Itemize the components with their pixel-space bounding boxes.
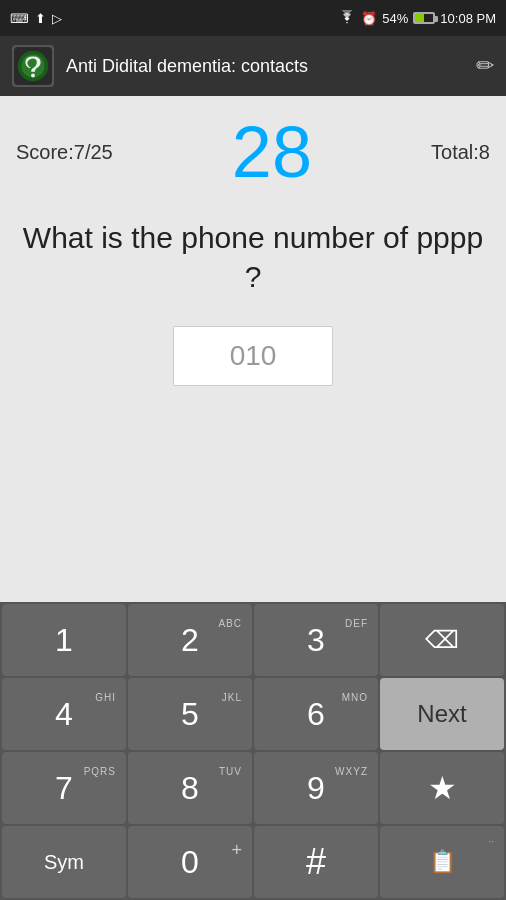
play-icon: ▷ xyxy=(52,11,62,26)
usb-icon: ⬆ xyxy=(35,11,46,26)
key-2[interactable]: 2 ABC xyxy=(128,604,252,676)
next-button[interactable]: Next xyxy=(380,678,504,750)
key-9[interactable]: 9 WXYZ xyxy=(254,752,378,824)
key-3[interactable]: 3 DEF xyxy=(254,604,378,676)
keyboard-icon: ⌨ xyxy=(10,11,29,26)
status-right-icons: ⏰ 54% 10:08 PM xyxy=(338,10,496,27)
wifi-icon xyxy=(338,10,356,27)
edit-icon[interactable]: ✏ xyxy=(476,53,494,79)
total-display: Total:8 xyxy=(431,141,490,164)
answer-display: 010 xyxy=(173,326,333,386)
big-number-display: 28 xyxy=(232,116,312,188)
key-4[interactable]: 4 GHI xyxy=(2,678,126,750)
alarm-icon: ⏰ xyxy=(361,11,377,26)
svg-point-2 xyxy=(31,74,35,78)
key-1[interactable]: 1 xyxy=(2,604,126,676)
score-display: Score:7/25 xyxy=(16,141,113,164)
key-backspace[interactable]: ⌫ xyxy=(380,604,504,676)
key-6[interactable]: 6 MNO xyxy=(254,678,378,750)
app-bar: Anti Didital dementia: contacts ✏ xyxy=(0,36,506,96)
keypad: 1 2 ABC 3 DEF ⌫ 4 GHI 5 JKL 6 MNO Next 7… xyxy=(0,602,506,900)
main-content: Score:7/25 28 Total:8 What is the phone … xyxy=(0,96,506,602)
app-logo xyxy=(12,45,54,87)
key-clipboard[interactable]: ·· 📋 xyxy=(380,826,504,898)
question-text: What is the phone number of pppp ? xyxy=(16,218,490,296)
clipboard-icon: 📋 xyxy=(429,849,456,875)
key-hash[interactable]: # xyxy=(254,826,378,898)
status-left-icons: ⌨ ⬆ ▷ xyxy=(10,11,62,26)
key-0[interactable]: 0 + xyxy=(128,826,252,898)
score-row: Score:7/25 28 Total:8 xyxy=(16,116,490,188)
status-bar: ⌨ ⬆ ▷ ⏰ 54% 10:08 PM xyxy=(0,0,506,36)
key-star[interactable]: ★ xyxy=(380,752,504,824)
key-sym[interactable]: Sym xyxy=(2,826,126,898)
battery-icon xyxy=(413,12,435,24)
key-5[interactable]: 5 JKL xyxy=(128,678,252,750)
time-display: 10:08 PM xyxy=(440,11,496,26)
app-title: Anti Didital dementia: contacts xyxy=(66,56,464,77)
clipboard-dots: ·· xyxy=(488,836,494,847)
key-7[interactable]: 7 PQRS xyxy=(2,752,126,824)
battery-text: 54% xyxy=(382,11,408,26)
key-8[interactable]: 8 TUV xyxy=(128,752,252,824)
